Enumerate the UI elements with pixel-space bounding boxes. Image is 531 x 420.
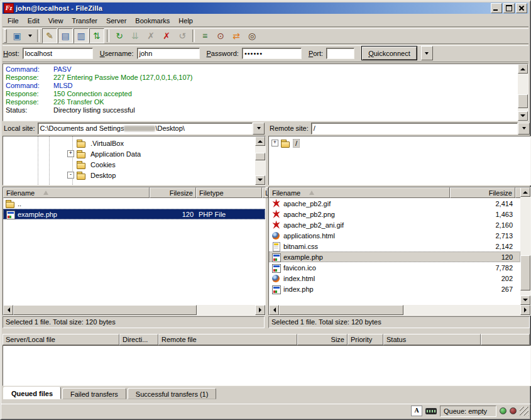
resize-grip[interactable] [520, 407, 528, 416]
file-row-index-php[interactable]: index.php 267 [269, 284, 520, 294]
column-header-filename[interactable]: Filename [3, 187, 150, 198]
remote-list-hscrollbar[interactable] [269, 305, 530, 315]
file-row-example-php[interactable]: example.php 120 PHP File 1 [3, 209, 265, 219]
reconnect-button[interactable]: ↺ [175, 28, 190, 43]
tree-item-cookies[interactable]: Cookies [3, 159, 255, 170]
title-bar[interactable]: Fz john@localhost - FileZilla [3, 3, 528, 14]
menu-help[interactable]: Help [174, 16, 197, 26]
scroll-right-button[interactable] [255, 305, 265, 315]
scroll-down-button[interactable] [255, 175, 265, 185]
username-input[interactable]: john [137, 48, 200, 59]
file-row-apache-pb2-ani-gif[interactable]: apache_pb2_ani.gif 2,160 [269, 219, 520, 230]
tree-expander-icon[interactable]: - [67, 172, 74, 179]
log-scrollbar[interactable] [518, 64, 528, 121]
port-input[interactable] [326, 48, 354, 59]
scroll-down-button[interactable] [518, 111, 528, 121]
find-files-button[interactable]: ◎ [244, 28, 260, 43]
scrollbar-thumb[interactable] [518, 94, 528, 108]
local-list-hscrollbar[interactable] [3, 305, 265, 315]
data-type-ascii-icon[interactable]: A [411, 406, 422, 416]
column-header-size[interactable]: Size [297, 334, 348, 345]
file-row-apache-pb2-png[interactable]: apache_pb2.png 1,463 [269, 209, 520, 219]
file-row-example-php[interactable]: example.php 120 [269, 251, 520, 262]
scrollbar-thumb[interactable] [255, 153, 265, 160]
file-row-apache-pb2-gif[interactable]: apache_pb2.gif 2,414 [269, 198, 520, 209]
toggle-message-log-button[interactable]: ✎ [42, 28, 57, 43]
filter-button[interactable]: ≡ [197, 28, 212, 43]
directory-comparison-button[interactable]: ⊙ [213, 28, 228, 43]
speed-limits-icon[interactable] [425, 408, 437, 414]
cancel-button[interactable]: ✗ [143, 28, 158, 43]
tree-item-desktop[interactable]: - Desktop [3, 170, 255, 180]
remote-site-combo[interactable]: / [311, 123, 530, 135]
menu-transfer[interactable]: Transfer [67, 16, 102, 26]
column-header-status[interactable]: Status [383, 334, 481, 345]
minimize-button[interactable] [491, 3, 502, 13]
scrollbar-thumb[interactable] [520, 255, 530, 290]
file-row-applications-html[interactable]: applications.html 2,713 [269, 230, 520, 241]
menu-file[interactable]: File [3, 16, 23, 26]
menu-server[interactable]: Server [102, 16, 131, 26]
refresh-button[interactable]: ↻ [112, 28, 127, 43]
scroll-up-button[interactable] [518, 64, 528, 74]
maximize-button[interactable] [503, 3, 515, 13]
tab-queued-files[interactable]: Queued files [3, 387, 61, 399]
column-header-priority[interactable]: Priority [348, 334, 383, 345]
site-manager-button[interactable]: ▣ [9, 28, 25, 43]
quickconnect-button[interactable]: Quickconnect [361, 46, 417, 60]
column-header-server-local-file[interactable]: Server/Local file [3, 334, 119, 345]
close-button[interactable] [516, 3, 527, 13]
tree-item-application-data[interactable]: + Application Data [3, 148, 255, 159]
file-row-index-html[interactable]: index.html 202 [269, 273, 520, 284]
toolbar-separator[interactable] [107, 30, 109, 42]
local-directory-tree[interactable]: .VirtualBox + Application Data Cookies [3, 136, 255, 185]
column-header-remote-file[interactable]: Remote file [158, 334, 297, 345]
local-tree-scrollbar[interactable] [255, 136, 265, 185]
menu-view[interactable]: View [44, 16, 68, 26]
scroll-left-button[interactable] [3, 305, 13, 315]
quickconnect-dropdown-button[interactable] [421, 46, 433, 60]
remote-list-scrollbar[interactable] [520, 187, 530, 305]
site-manager-dropdown[interactable] [25, 28, 35, 43]
host-input[interactable]: localhost [23, 48, 93, 59]
remote-site-path[interactable]: / [311, 123, 518, 135]
process-queue-button[interactable]: ⇊ [128, 28, 143, 43]
column-header-filesize[interactable]: Filesize [150, 187, 196, 198]
scroll-up-button[interactable] [255, 136, 265, 146]
toggle-remote-tree-button[interactable]: ▥ [74, 28, 89, 43]
column-header-last-modified[interactable]: L [262, 187, 268, 198]
synchronized-browsing-button[interactable]: ⇄ [229, 28, 244, 43]
remote-directory-tree[interactable]: + / [269, 136, 530, 185]
transfer-queue-list[interactable] [3, 345, 531, 386]
scroll-right-button[interactable] [520, 305, 530, 315]
toolbar-grip[interactable] [4, 29, 7, 43]
scroll-up-button[interactable] [520, 187, 530, 197]
tab-successful-transfers[interactable]: Successful transfers (1) [128, 388, 217, 399]
column-header-filetype[interactable]: Filetype [196, 187, 262, 198]
toggle-local-tree-button[interactable]: ▤ [58, 28, 73, 43]
tab-failed-transfers[interactable]: Failed transfers [62, 388, 126, 399]
scrollbar-thumb[interactable] [279, 305, 403, 315]
menu-bookmarks[interactable]: Bookmarks [131, 16, 174, 26]
tree-expander-icon[interactable]: + [67, 150, 74, 157]
column-header-filename[interactable]: Filename [269, 187, 450, 198]
disconnect-button[interactable]: ✗ [159, 28, 174, 43]
remote-site-dropdown-button[interactable] [518, 123, 530, 135]
toolbar-separator[interactable] [192, 30, 195, 42]
local-site-dropdown-button[interactable] [253, 123, 265, 135]
file-row-favicon-ico[interactable]: favicon.ico 7,782 [269, 262, 520, 273]
toggle-queue-button[interactable]: ⇅ [89, 28, 104, 43]
local-site-path[interactable]: C:\Documents and Settings\Desktop\ [38, 123, 253, 135]
menu-edit[interactable]: Edit [23, 16, 44, 26]
tree-expander-icon[interactable]: + [271, 140, 278, 146]
tree-item-root[interactable]: + / [269, 138, 530, 148]
scrollbar-thumb[interactable] [13, 305, 197, 315]
scroll-left-button[interactable] [269, 305, 279, 315]
local-site-combo[interactable]: C:\Documents and Settings\Desktop\ [38, 123, 265, 135]
column-header-filesize[interactable]: Filesize [450, 187, 515, 198]
password-input[interactable]: •••••• [242, 48, 302, 59]
scroll-down-button[interactable] [520, 296, 530, 305]
tree-item-virtualbox[interactable]: .VirtualBox [3, 138, 255, 148]
file-row-bitnami-css[interactable]: bitnami.css 2,142 [269, 241, 520, 251]
file-row-parent[interactable]: .. [3, 198, 265, 209]
